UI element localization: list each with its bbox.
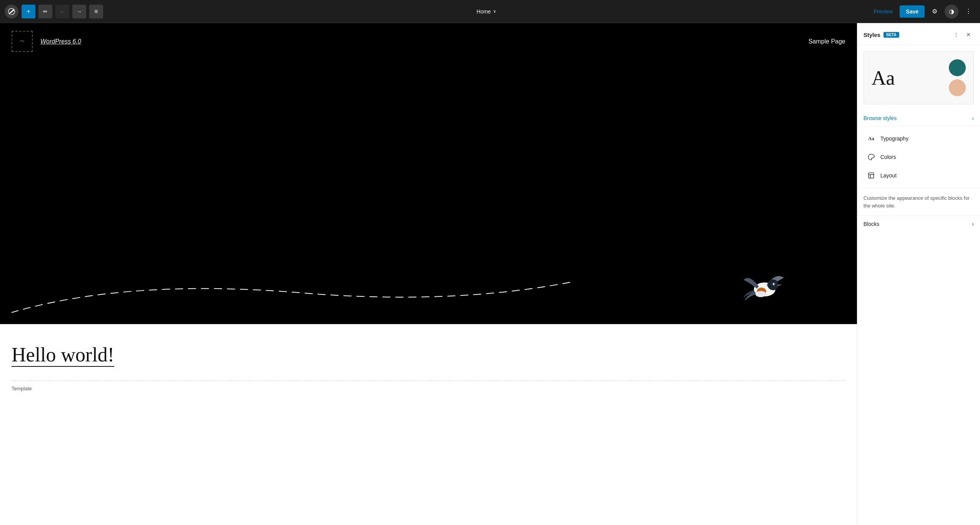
style-preview-text: Aa	[872, 67, 895, 89]
menu-item-colors[interactable]: Colors	[860, 148, 977, 166]
sidebar-more-icon: ⋮	[953, 32, 959, 38]
save-button[interactable]: Save	[900, 5, 925, 18]
site-nav: Sample Page	[808, 38, 845, 45]
svg-rect-6	[868, 173, 874, 178]
dark-mode-button[interactable]: ◑	[945, 5, 958, 18]
sidebar-header: Styles Beta ⋮ ✕	[857, 23, 980, 45]
edit-icon: ✏	[43, 8, 48, 15]
sidebar-title: Styles	[863, 32, 880, 38]
more-options-button[interactable]: ⋮	[962, 5, 975, 18]
sidebar: Styles Beta ⋮ ✕ Aa Browse styles	[857, 23, 980, 525]
canvas: WordPress 6.0 Sample Page	[0, 23, 857, 525]
undo-icon: ←	[60, 8, 65, 15]
add-block-button[interactable]: +	[22, 5, 35, 18]
site-logo[interactable]	[12, 31, 33, 52]
colors-label: Colors	[880, 154, 896, 160]
color-circle-peach	[949, 79, 966, 96]
list-view-button[interactable]: ≡	[89, 5, 103, 18]
page-wrapper: WordPress 6.0 Sample Page	[0, 23, 857, 525]
beta-badge: Beta	[883, 32, 899, 38]
site-title: WordPress 6.0	[40, 38, 81, 45]
colors-icon	[867, 152, 876, 162]
edit-mode-button[interactable]: ✏	[38, 5, 52, 18]
close-icon: ✕	[966, 32, 971, 38]
typography-label: Typography	[880, 135, 908, 142]
description-text: Customize the appearance of specific blo…	[863, 195, 970, 209]
style-preview-circles	[949, 59, 966, 96]
redo-icon: →	[77, 8, 82, 15]
bird-illustration	[742, 270, 788, 305]
sidebar-title-group: Styles Beta	[863, 32, 899, 38]
blocks-label: Blocks	[863, 221, 879, 227]
list-icon: ≡	[94, 8, 98, 15]
hello-world-heading: Hello world!	[12, 343, 114, 367]
settings-button[interactable]: ⚙	[928, 5, 942, 18]
dashed-path-svg	[12, 270, 720, 316]
topbar: + ✏ ← → ≡ Home ∨ Preview Save ⚙ ◑ ⋮	[0, 0, 980, 23]
main-layout: WordPress 6.0 Sample Page	[0, 23, 980, 525]
hero-section: WordPress 6.0 Sample Page	[0, 23, 857, 324]
bird-area	[12, 52, 845, 316]
layout-label: Layout	[880, 172, 897, 179]
dark-mode-icon: ◑	[949, 8, 954, 15]
undo-button[interactable]: ←	[55, 5, 69, 18]
sidebar-more-button[interactable]: ⋮	[951, 29, 962, 40]
content-section: Hello world! Template	[0, 324, 857, 400]
blocks-chevron: ›	[972, 221, 974, 227]
page-selector[interactable]: Home ∨	[472, 6, 501, 17]
svg-point-5	[774, 284, 775, 285]
svg-point-3	[755, 291, 766, 297]
topbar-right: Preview Save ⚙ ◑ ⋮	[870, 5, 976, 18]
more-icon: ⋮	[965, 8, 972, 15]
template-label: Template	[12, 386, 32, 391]
blocks-row[interactable]: Blocks ›	[857, 216, 980, 232]
sidebar-header-actions: ⋮ ✕	[951, 29, 974, 40]
browse-styles-chevron: ›	[972, 115, 974, 121]
menu-section: Aa Typography Colors Layout	[857, 126, 980, 188]
preview-button[interactable]: Preview	[870, 6, 897, 17]
topbar-center: Home ∨	[106, 6, 867, 17]
site-header: WordPress 6.0 Sample Page	[12, 31, 845, 52]
description-section: Customize the appearance of specific blo…	[857, 188, 980, 216]
menu-item-layout[interactable]: Layout	[860, 166, 977, 185]
chevron-down-icon: ∨	[493, 9, 496, 14]
style-preview-card[interactable]: Aa	[863, 51, 974, 104]
menu-item-typography[interactable]: Aa Typography	[860, 129, 977, 148]
browse-styles-label: Browse styles	[863, 115, 897, 121]
settings-icon: ⚙	[932, 8, 937, 15]
layout-icon	[867, 171, 876, 180]
sidebar-close-button[interactable]: ✕	[963, 29, 974, 40]
color-circle-teal	[949, 59, 966, 76]
redo-button[interactable]: →	[72, 5, 86, 18]
typography-icon: Aa	[867, 134, 876, 143]
page-name: Home	[477, 8, 491, 15]
wp-logo[interactable]	[5, 5, 18, 18]
browse-styles-row[interactable]: Browse styles ›	[857, 110, 980, 126]
